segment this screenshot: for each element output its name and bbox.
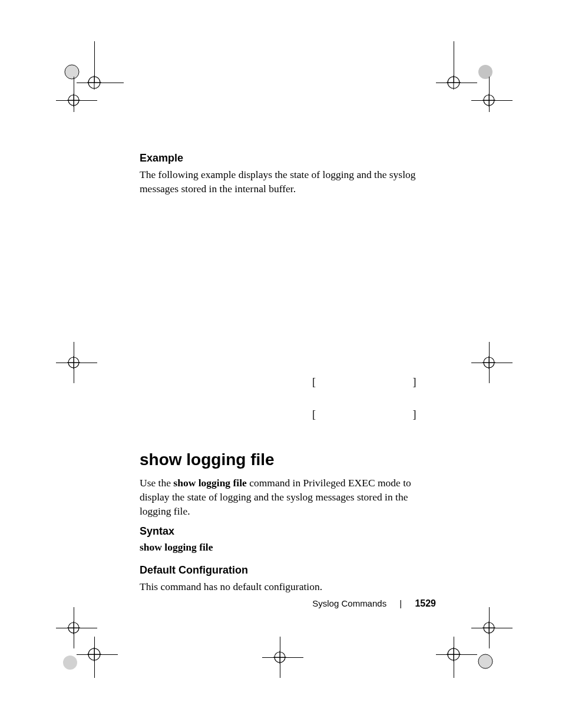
bracket-placeholder: [ ] (312, 376, 464, 388)
crop-mark-icon (35, 637, 106, 707)
footer-separator: | (399, 598, 402, 608)
svg-point-24 (63, 655, 77, 670)
crop-mark-icon (462, 342, 533, 413)
page-footer: Syslog Commands | 1529 (0, 598, 436, 609)
example-description: The following example displays the state… (140, 168, 440, 196)
footer-page-number: 1529 (415, 598, 436, 608)
heading-example: Example (140, 152, 440, 164)
crop-mark-icon (253, 637, 324, 707)
crop-mark-icon (459, 77, 530, 147)
intro-command: show logging file (173, 477, 246, 489)
intro-prefix: Use the (140, 477, 173, 489)
crop-mark-icon (41, 342, 112, 413)
heading-syntax: Syntax (140, 525, 440, 538)
bracket-placeholder: [ ] (312, 409, 464, 421)
footer-chapter: Syslog Commands (312, 598, 386, 608)
heading-default-configuration: Default Configuration (140, 564, 440, 577)
heading-show-logging-file: show logging file (140, 450, 440, 469)
crop-mark-icon (32, 77, 103, 147)
show-logging-file-description: Use the show logging file command in Pri… (140, 476, 440, 518)
svg-point-38 (478, 654, 492, 668)
crop-mark-icon (436, 637, 507, 707)
syntax-command: show logging file (140, 541, 440, 554)
default-configuration-body: This command has no default configuratio… (140, 580, 440, 594)
